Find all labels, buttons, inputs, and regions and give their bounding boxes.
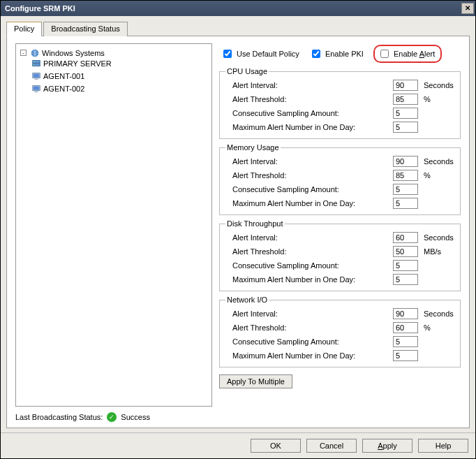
status-row: Last Broadcasting Status: ✓ Success xyxy=(15,412,461,422)
computer-icon xyxy=(31,71,41,81)
svg-rect-10 xyxy=(34,91,38,92)
window-title: Configure SRM PKI xyxy=(5,4,75,13)
memory-max-label: Maximum Alert Number in One Day: xyxy=(225,199,393,207)
cpu-sampling-label: Consecutive Sampling Amount: xyxy=(225,109,393,117)
cpu-alert-interval-unit: Seconds xyxy=(418,81,454,89)
cpu-alert-threshold-input[interactable] xyxy=(393,94,418,105)
memory-alert-threshold-label: Alert Threshold: xyxy=(225,171,393,180)
use-default-policy-label: Use Default Policy xyxy=(237,50,299,58)
enable-alert-input[interactable] xyxy=(380,50,389,58)
memory-alert-interval-input[interactable] xyxy=(393,156,418,167)
tab-panel-policy: - Windows Systems PRIMARY SERVER xyxy=(6,36,470,428)
settings-pane: Use Default Policy Enable PKI Enable Ale… xyxy=(219,43,461,407)
tree-root-label: Windows Systems xyxy=(42,49,105,57)
enable-alert-checkbox[interactable]: Enable Alert xyxy=(378,48,435,60)
disk-max-input[interactable] xyxy=(393,274,418,285)
cpu-alert-interval-input[interactable] xyxy=(393,80,418,91)
cancel-button[interactable]: Cancel xyxy=(306,439,357,453)
cpu-max-input[interactable] xyxy=(393,122,418,133)
success-icon: ✓ xyxy=(107,412,117,422)
enable-pki-input[interactable] xyxy=(312,50,320,58)
cpu-sampling-input[interactable] xyxy=(393,108,418,119)
cpu-alert-interval-label: Alert Interval: xyxy=(225,81,393,89)
server-icon xyxy=(31,59,41,68)
top-checkbox-row: Use Default Policy Enable PKI Enable Ale… xyxy=(219,43,461,63)
tree-node-primary-server[interactable]: PRIMARY SERVER xyxy=(31,59,112,68)
close-button[interactable]: ✕ xyxy=(461,3,474,14)
svg-rect-9 xyxy=(34,86,40,89)
network-max-input[interactable] xyxy=(393,350,418,361)
svg-rect-6 xyxy=(34,73,40,77)
disk-alert-interval-label: Alert Interval: xyxy=(225,233,393,242)
help-label: Help xyxy=(436,442,452,450)
cpu-usage-group: CPU Usage Alert Interval:Seconds Alert T… xyxy=(219,67,461,139)
network-alert-threshold-label: Alert Threshold: xyxy=(225,323,393,332)
apply-to-multiple-label: Apply To Multiple xyxy=(227,377,285,386)
memory-max-input[interactable] xyxy=(393,198,418,209)
svg-rect-7 xyxy=(34,78,38,80)
enable-alert-label: Enable Alert xyxy=(394,50,435,58)
tab-broadcasting-label: Broadcasting Status xyxy=(51,24,119,33)
collapse-icon[interactable]: - xyxy=(20,50,27,56)
network-legend: Network I/O xyxy=(225,296,269,304)
apply-to-multiple-button[interactable]: Apply To Multiple xyxy=(219,374,292,388)
tab-strip: Policy Broadcasting Status xyxy=(6,22,470,36)
disk-alert-threshold-input[interactable] xyxy=(393,246,418,257)
disk-sampling-label: Consecutive Sampling Amount: xyxy=(225,261,393,270)
network-alert-interval-unit: Seconds xyxy=(418,309,454,318)
status-label: Last Broadcasting Status: xyxy=(15,413,103,421)
disk-alert-interval-input[interactable] xyxy=(393,232,418,243)
memory-sampling-input[interactable] xyxy=(393,184,418,195)
globe-icon xyxy=(30,48,40,58)
disk-alert-threshold-unit: MB/s xyxy=(418,247,454,256)
tab-broadcasting-status[interactable]: Broadcasting Status xyxy=(43,22,127,36)
svg-point-4 xyxy=(34,64,34,65)
disk-alert-interval-unit: Seconds xyxy=(418,233,454,242)
disk-max-label: Maximum Alert Number in One Day: xyxy=(225,275,393,284)
memory-legend: Memory Usage xyxy=(225,143,281,152)
network-alert-interval-input[interactable] xyxy=(393,308,418,319)
network-alert-interval-label: Alert Interval: xyxy=(225,309,393,318)
tree-node-label: AGENT-002 xyxy=(43,85,84,93)
disk-sampling-input[interactable] xyxy=(393,260,418,271)
systems-tree[interactable]: - Windows Systems PRIMARY SERVER xyxy=(15,43,212,407)
memory-sampling-label: Consecutive Sampling Amount: xyxy=(225,185,393,194)
computer-icon xyxy=(31,84,41,94)
tab-policy[interactable]: Policy xyxy=(6,22,42,36)
network-max-label: Maximum Alert Number in One Day: xyxy=(225,351,393,360)
tree-node-label: AGENT-001 xyxy=(43,72,84,80)
network-sampling-input[interactable] xyxy=(393,336,418,347)
titlebar: Configure SRM PKI ✕ xyxy=(1,1,475,16)
enable-pki-checkbox[interactable]: Enable PKI xyxy=(309,48,364,60)
use-default-policy-input[interactable] xyxy=(223,50,232,58)
memory-alert-threshold-unit: % xyxy=(418,171,454,180)
tree-root-node[interactable]: - Windows Systems xyxy=(20,48,105,58)
memory-usage-group: Memory Usage Alert Interval:Seconds Aler… xyxy=(219,143,461,215)
memory-alert-interval-label: Alert Interval: xyxy=(225,157,393,166)
apply-label: Apply xyxy=(378,442,397,450)
status-value: Success xyxy=(121,413,150,421)
memory-alert-interval-unit: Seconds xyxy=(418,157,454,166)
cpu-max-label: Maximum Alert Number in One Day: xyxy=(225,123,393,131)
memory-alert-threshold-input[interactable] xyxy=(393,170,418,181)
disk-throughput-group: Disk Throughput Alert Interval:Seconds A… xyxy=(219,219,461,291)
help-button[interactable]: Help xyxy=(418,439,468,453)
cancel-label: Cancel xyxy=(320,442,343,450)
network-io-group: Network I/O Alert Interval:Seconds Alert… xyxy=(219,296,461,367)
apply-button[interactable]: Apply xyxy=(362,439,412,453)
disk-alert-threshold-label: Alert Threshold: xyxy=(225,247,393,256)
disk-legend: Disk Throughput xyxy=(225,219,285,228)
network-alert-threshold-input[interactable] xyxy=(393,322,418,333)
ok-label: OK xyxy=(270,442,281,450)
enable-pki-label: Enable PKI xyxy=(325,50,364,58)
enable-alert-highlight: Enable Alert xyxy=(373,45,442,63)
tree-node-agent-002[interactable]: AGENT-002 xyxy=(31,84,84,94)
tree-node-agent-001[interactable]: AGENT-001 xyxy=(31,71,84,81)
ok-button[interactable]: OK xyxy=(251,439,301,453)
tab-policy-label: Policy xyxy=(14,24,34,33)
button-bar: OK Cancel Apply Help xyxy=(1,432,475,458)
svg-point-3 xyxy=(34,61,34,61)
cpu-legend: CPU Usage xyxy=(225,67,269,75)
use-default-policy-checkbox[interactable]: Use Default Policy xyxy=(221,48,299,60)
network-sampling-label: Consecutive Sampling Amount: xyxy=(225,337,393,346)
